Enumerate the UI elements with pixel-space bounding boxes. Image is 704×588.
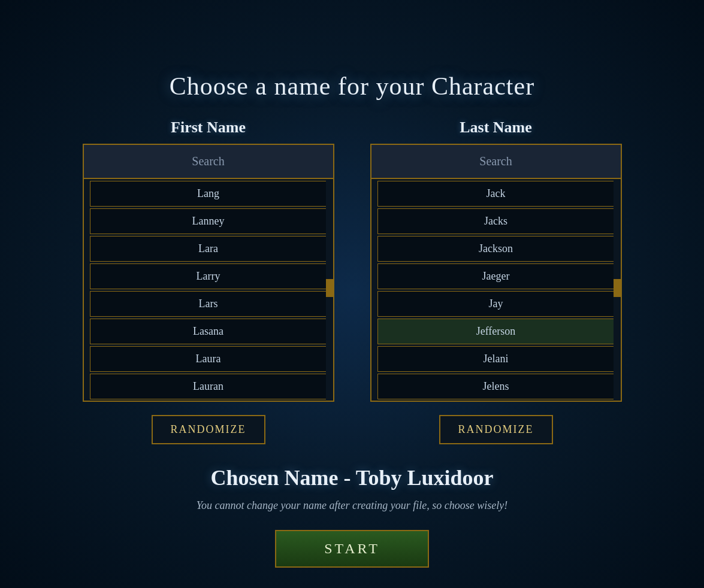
first-name-label: First Name: [171, 119, 246, 137]
warning-text: You cannot change your name after creati…: [197, 499, 508, 512]
list-item[interactable]: Jefferson: [377, 319, 615, 344]
last-name-column: Last Name JackJacksJacksonJaegerJayJeffe…: [370, 119, 622, 444]
columns-container: First Name LangLanneyLaraLarryLarsLasana…: [83, 119, 622, 444]
list-item[interactable]: Jackson: [377, 236, 615, 262]
list-item[interactable]: Lauran: [90, 374, 327, 399]
last-name-randomize-button[interactable]: RANDOMIZE: [439, 415, 553, 444]
first-name-list: LangLanneyLaraLarryLarsLasanaLauraLauran…: [84, 179, 333, 401]
list-item[interactable]: Lanney: [90, 208, 327, 234]
first-name-search-input[interactable]: [84, 145, 333, 179]
last-name-scrollbar-track[interactable]: [614, 179, 621, 401]
list-item[interactable]: Lasana: [90, 319, 327, 344]
list-item[interactable]: Jelens: [377, 374, 615, 399]
list-item[interactable]: Jacks: [377, 208, 615, 234]
page-title: Choose a name for your Character: [170, 72, 534, 101]
last-name-scrollbar-thumb[interactable]: [614, 279, 621, 297]
list-item[interactable]: Jaeger: [377, 263, 615, 289]
first-name-scrollbar-track[interactable]: [326, 179, 333, 401]
last-name-list-wrapper: JackJacksJacksonJaegerJayJeffersonJelani…: [371, 179, 621, 401]
first-name-list-container: LangLanneyLaraLarryLarsLasanaLauraLauran…: [83, 144, 334, 402]
first-name-scrollbar-thumb[interactable]: [326, 279, 333, 297]
list-item[interactable]: Lang: [90, 181, 327, 207]
last-name-list-container: JackJacksJacksonJaegerJayJeffersonJelani…: [370, 144, 622, 402]
start-button[interactable]: START: [275, 530, 429, 568]
list-item[interactable]: Jack: [377, 181, 615, 207]
chosen-name-display: Chosen Name - Toby Luxidoor: [210, 465, 493, 490]
last-name-label: Last Name: [460, 119, 532, 137]
list-item[interactable]: Laura: [90, 346, 327, 372]
list-item[interactable]: Lara: [90, 236, 327, 262]
first-name-randomize-button[interactable]: RANDOMIZE: [152, 415, 265, 444]
first-name-column: First Name LangLanneyLaraLarryLarsLasana…: [83, 119, 334, 444]
last-name-search-input[interactable]: [371, 145, 621, 179]
list-item[interactable]: Jelani: [377, 346, 615, 372]
list-item[interactable]: Jay: [377, 291, 615, 317]
first-name-list-wrapper: LangLanneyLaraLarryLarsLasanaLauraLauran…: [84, 179, 333, 401]
list-item[interactable]: Larry: [90, 263, 327, 289]
list-item[interactable]: Lars: [90, 291, 327, 317]
last-name-list: JackJacksJacksonJaegerJayJeffersonJelani…: [371, 179, 621, 401]
